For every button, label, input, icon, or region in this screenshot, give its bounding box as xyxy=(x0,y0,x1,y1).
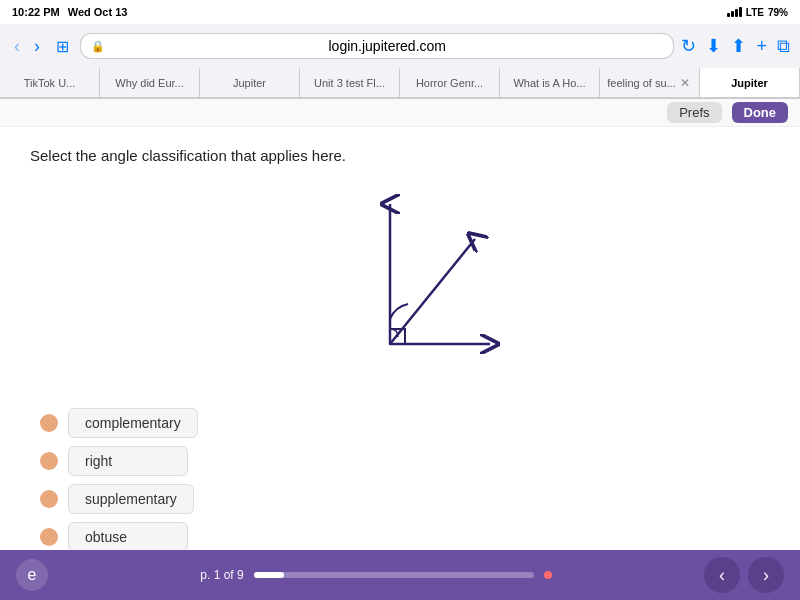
battery: 79% xyxy=(768,7,788,18)
bottom-bar: e p. 1 of 9 ‹ › xyxy=(0,550,800,600)
tab-feeling-close[interactable]: ✕ xyxy=(678,76,692,90)
forward-button[interactable]: › xyxy=(30,34,44,59)
tab-feeling[interactable]: feeling of su... ✕ xyxy=(600,68,700,97)
nav-arrows: ‹ › xyxy=(704,557,784,593)
question-text: Select the angle classification that app… xyxy=(30,147,770,164)
url-text: login.jupitered.com xyxy=(111,38,663,54)
home-icon[interactable]: e xyxy=(16,559,48,591)
signal-bar-3 xyxy=(735,9,738,17)
progress-bar xyxy=(254,572,534,578)
done-button[interactable]: Done xyxy=(732,102,789,123)
tab-jupiter[interactable]: Jupiter xyxy=(200,68,300,97)
browser-chrome: ‹ › ⊞ 🔒 login.jupitered.com ↻ ⬇ ⬆ + ⧉ Ti… xyxy=(0,24,800,99)
answer-option-obtuse[interactable]: obtuse xyxy=(40,522,770,552)
signal-bar-2 xyxy=(731,11,734,17)
status-bar-left: 10:22 PM Wed Oct 13 xyxy=(12,6,127,18)
action-bar: Prefs Done xyxy=(0,99,800,127)
tab-feeling-inner: feeling of su... ✕ xyxy=(607,76,692,90)
diagram-area xyxy=(30,184,770,384)
status-bar-right: LTE 79% xyxy=(727,7,788,18)
radio-obtuse[interactable] xyxy=(40,528,58,546)
answer-option-supplementary[interactable]: supplementary xyxy=(40,484,770,514)
tabs-button[interactable]: ⧉ xyxy=(777,36,790,57)
back-button[interactable]: ‹ xyxy=(10,34,24,59)
tab-tiktok[interactable]: TikTok U... xyxy=(0,68,100,97)
address-bar[interactable]: 🔒 login.jupitered.com xyxy=(81,34,673,58)
carrier: LTE xyxy=(746,7,764,18)
answer-label-supplementary: supplementary xyxy=(68,484,194,514)
lock-icon: 🔒 xyxy=(91,40,105,53)
progress-bar-fill xyxy=(254,572,285,578)
share-button[interactable]: ⬆ xyxy=(731,35,746,57)
angle-diagram xyxy=(290,184,510,384)
tab-horror[interactable]: Horror Genr... xyxy=(400,68,500,97)
time: 10:22 PM xyxy=(12,6,60,18)
tab-unit3[interactable]: Unit 3 test Fl... xyxy=(300,68,400,97)
answer-option-right[interactable]: right xyxy=(40,446,770,476)
radio-complementary[interactable] xyxy=(40,414,58,432)
signal-bar-4 xyxy=(739,7,742,17)
browser-toolbar: ‹ › ⊞ 🔒 login.jupitered.com ↻ ⬇ ⬆ + ⧉ xyxy=(0,24,800,68)
answer-label-obtuse: obtuse xyxy=(68,522,188,552)
answer-option-complementary[interactable]: complementary xyxy=(40,408,770,438)
tabs-bar: TikTok U... Why did Eur... Jupiter Unit … xyxy=(0,68,800,98)
answer-label-complementary: complementary xyxy=(68,408,198,438)
reload-button[interactable]: ↻ xyxy=(681,35,696,57)
page-text: p. 1 of 9 xyxy=(200,568,243,582)
signal-bar-1 xyxy=(727,13,730,17)
prev-arrow[interactable]: ‹ xyxy=(704,557,740,593)
new-tab-button[interactable]: + xyxy=(756,36,767,57)
radio-right[interactable] xyxy=(40,452,58,470)
status-bar: 10:22 PM Wed Oct 13 LTE 79% xyxy=(0,0,800,24)
tab-jupiter2[interactable]: Jupiter xyxy=(700,68,800,97)
reader-button[interactable]: ⊞ xyxy=(52,35,73,58)
answer-label-right: right xyxy=(68,446,188,476)
download-button[interactable]: ⬇ xyxy=(706,35,721,57)
next-arrow[interactable]: › xyxy=(748,557,784,593)
main-content: Select the angle classification that app… xyxy=(0,127,800,600)
date: Wed Oct 13 xyxy=(68,6,128,18)
signal-bars xyxy=(727,7,742,17)
progress-section: p. 1 of 9 xyxy=(48,568,704,582)
progress-dot xyxy=(544,571,552,579)
toolbar-actions: ↻ ⬇ ⬆ + ⧉ xyxy=(681,35,790,57)
tab-whydid[interactable]: Why did Eur... xyxy=(100,68,200,97)
radio-supplementary[interactable] xyxy=(40,490,58,508)
tab-whatis[interactable]: What is A Ho... xyxy=(500,68,600,97)
nav-buttons: ‹ › xyxy=(10,34,44,59)
prefs-button[interactable]: Prefs xyxy=(667,102,721,123)
